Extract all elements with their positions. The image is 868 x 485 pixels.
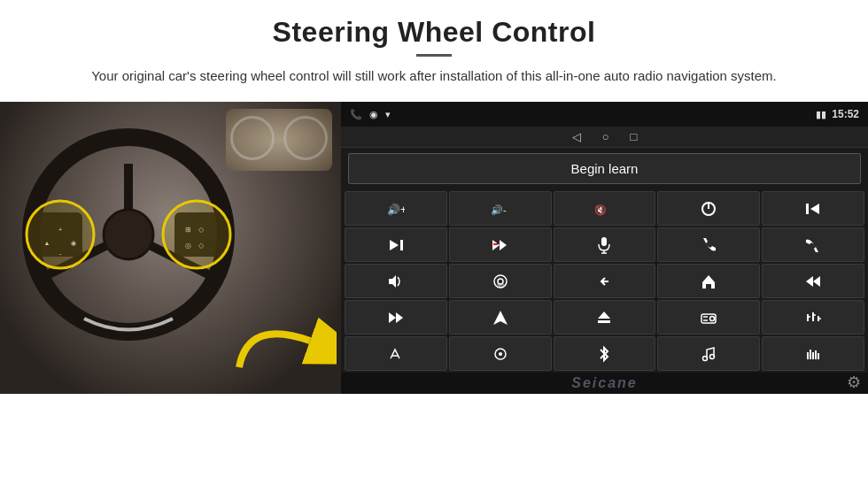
rewind-button[interactable] bbox=[762, 264, 864, 298]
svg-text:🔊+: 🔊+ bbox=[387, 203, 405, 216]
mic-button[interactable] bbox=[554, 227, 656, 262]
svg-rect-24 bbox=[806, 204, 809, 214]
signal-icon: ▮▮ bbox=[816, 109, 826, 120]
svg-rect-63 bbox=[815, 350, 817, 359]
eq2-button[interactable] bbox=[762, 336, 864, 371]
learn-button[interactable] bbox=[345, 336, 447, 371]
phone-icon: 📞 bbox=[350, 109, 362, 120]
android-panel: 📞 ◉ ▾ ▮▮ 15:52 ◁ ○ □ Begin learn bbox=[341, 102, 868, 394]
svg-rect-61 bbox=[810, 350, 811, 359]
svg-rect-45 bbox=[701, 314, 716, 323]
speaker-button[interactable] bbox=[345, 264, 447, 298]
svg-point-4 bbox=[104, 210, 153, 259]
statusbar-right: ▮▮ 15:52 bbox=[816, 108, 859, 120]
svg-rect-44 bbox=[598, 320, 610, 323]
home-nav-icon[interactable]: ○ bbox=[602, 130, 609, 143]
svg-marker-38 bbox=[813, 276, 820, 287]
svg-text:🔊-: 🔊- bbox=[491, 204, 507, 216]
begin-learn-button[interactable]: Begin learn bbox=[348, 153, 861, 184]
watermark-bar: Seicane ⚙ bbox=[341, 373, 868, 394]
subtitle: Your original car's steering wheel contr… bbox=[71, 65, 797, 86]
prev-track-button[interactable] bbox=[762, 191, 864, 226]
wifi-icon: ▾ bbox=[385, 109, 391, 120]
hangup-button[interactable] bbox=[762, 227, 864, 262]
phone-button[interactable] bbox=[657, 227, 760, 262]
svg-rect-62 bbox=[812, 352, 814, 359]
header-section: Steering Wheel Control Your original car… bbox=[0, 0, 868, 93]
eq-button[interactable] bbox=[762, 300, 864, 335]
svg-marker-34 bbox=[389, 275, 396, 288]
arrow-svg bbox=[230, 310, 337, 381]
location-icon: ◉ bbox=[369, 109, 378, 120]
settings-gear-icon[interactable]: ⚙ bbox=[847, 373, 861, 392]
svg-point-15 bbox=[27, 201, 94, 268]
navigate-button[interactable] bbox=[449, 300, 552, 335]
svg-marker-43 bbox=[598, 312, 610, 319]
next-button[interactable] bbox=[345, 227, 447, 262]
svg-rect-27 bbox=[400, 240, 403, 250]
home-button[interactable] bbox=[657, 264, 760, 298]
svg-rect-60 bbox=[807, 352, 809, 359]
watermark-text: Seicane bbox=[571, 375, 637, 391]
eject-button[interactable] bbox=[554, 300, 656, 335]
bluetooth-button[interactable] bbox=[554, 336, 656, 371]
camera-360-button[interactable]: 360° bbox=[449, 264, 552, 298]
mute-button[interactable]: 🔇 bbox=[554, 191, 656, 226]
svg-marker-40 bbox=[389, 312, 396, 323]
vol-up-button[interactable]: 🔊+ bbox=[345, 191, 447, 226]
svg-marker-29 bbox=[500, 240, 507, 250]
steering-wheel-svg: + ▲ ◉ - ⊞ ◇ ◎ ◇ bbox=[13, 119, 244, 350]
status-time: 15:52 bbox=[832, 108, 859, 120]
radio-button[interactable] bbox=[657, 300, 760, 335]
svg-rect-31 bbox=[601, 237, 607, 246]
svg-marker-23 bbox=[810, 204, 819, 214]
svg-point-58 bbox=[703, 356, 708, 360]
svg-point-46 bbox=[710, 316, 715, 320]
svg-point-16 bbox=[163, 201, 230, 268]
back-button[interactable] bbox=[554, 264, 656, 298]
svg-text:360°: 360° bbox=[497, 283, 506, 289]
back-nav-icon[interactable]: ◁ bbox=[572, 130, 581, 143]
title-divider bbox=[416, 54, 452, 57]
svg-marker-39 bbox=[806, 276, 813, 287]
svg-marker-42 bbox=[493, 311, 508, 325]
settings2-button[interactable] bbox=[449, 336, 552, 371]
svg-marker-41 bbox=[396, 312, 403, 323]
page-title: Steering Wheel Control bbox=[53, 16, 815, 49]
fast-forward-button[interactable] bbox=[345, 300, 447, 335]
begin-learn-row: Begin learn bbox=[341, 148, 868, 189]
content-row: + ▲ ◉ - ⊞ ◇ ◎ ◇ bbox=[0, 102, 868, 485]
svg-point-57 bbox=[499, 352, 502, 356]
recents-nav-icon[interactable]: □ bbox=[631, 130, 638, 143]
gauge-right bbox=[283, 116, 328, 160]
steering-wheel-photo: + ▲ ◉ - ⊞ ◇ ◎ ◇ bbox=[0, 102, 341, 394]
vol-down-button[interactable]: 🔊- bbox=[449, 191, 552, 226]
nav-bar: ◁ ○ □ bbox=[341, 127, 868, 148]
music-button[interactable] bbox=[657, 336, 760, 371]
svg-marker-26 bbox=[390, 240, 399, 250]
controls-grid: 🔊+ 🔊- 🔇 bbox=[341, 189, 868, 373]
statusbar-left: 📞 ◉ ▾ bbox=[350, 109, 391, 120]
next-chapter-button[interactable] bbox=[449, 227, 552, 262]
page-wrapper: Steering Wheel Control Your original car… bbox=[0, 0, 868, 485]
statusbar: 📞 ◉ ▾ ▮▮ 15:52 bbox=[341, 102, 868, 127]
power-button[interactable] bbox=[657, 191, 760, 226]
svg-text:🔇: 🔇 bbox=[594, 204, 607, 216]
svg-rect-64 bbox=[818, 353, 819, 359]
svg-point-59 bbox=[710, 354, 715, 358]
